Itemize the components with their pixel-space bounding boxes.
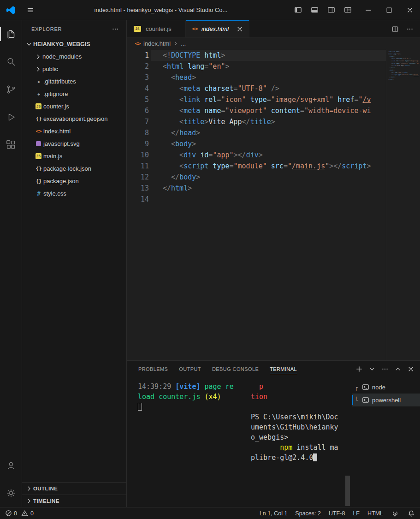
terminal-item-powershell[interactable]: └powershell: [352, 394, 420, 406]
breadcrumb-rest[interactable]: ...: [181, 40, 186, 47]
terminal-scrollbar[interactable]: [345, 476, 350, 506]
status-language[interactable]: HTML: [367, 510, 383, 517]
code-line[interactable]: <div id="app"></div>: [151, 149, 386, 161]
tree-item-package-lock-json[interactable]: {}package-lock.json: [22, 162, 126, 175]
code-line[interactable]: [151, 194, 386, 205]
tab-counter-js[interactable]: JScounter.js: [127, 20, 186, 37]
window-title: index.html - heiankyo_webgis - Visual St…: [40, 6, 282, 13]
activity-accounts[interactable]: [0, 452, 22, 479]
breadcrumb[interactable]: <> index.html ...: [127, 38, 420, 49]
status-encoding[interactable]: UTF-8: [329, 510, 345, 517]
tree-item-node-modules[interactable]: node_modules: [22, 50, 126, 63]
code-segment: =: [230, 162, 234, 170]
activity-settings[interactable]: [0, 479, 22, 507]
status-eol[interactable]: LF: [353, 510, 360, 517]
section-outline[interactable]: OUTLINE: [22, 482, 126, 495]
tree-item-package-json[interactable]: {}package.json: [22, 175, 126, 187]
code-segment: "image/svg+xml": [271, 95, 333, 104]
tree-item-gitignore[interactable]: ◆.gitignore: [22, 88, 126, 100]
section-timeline[interactable]: TIMELINE: [22, 495, 126, 507]
activity-source-control[interactable]: [0, 76, 22, 103]
code-content[interactable]: <!DOCTYPE html><html lang="en"> <head> <…: [151, 49, 386, 360]
minimize-icon[interactable]: [358, 0, 379, 20]
terminal-text: tion: [251, 393, 267, 401]
tab-index-html[interactable]: <>index.html: [186, 20, 249, 37]
toggle-sidebar-icon[interactable]: [292, 5, 303, 16]
status-indentation[interactable]: Spaces: 2: [295, 510, 321, 517]
activity-search[interactable]: [0, 48, 22, 76]
code-segment: </: [163, 184, 171, 192]
problems-status[interactable]: 0 0: [5, 510, 36, 517]
panel-maximize-icon[interactable]: [392, 364, 403, 375]
explorer-more-icon[interactable]: [111, 24, 120, 34]
code-line[interactable]: </head>: [151, 127, 386, 138]
close-window-icon[interactable]: [399, 0, 420, 20]
code-line[interactable]: <body>: [151, 138, 386, 149]
code-line[interactable]: </body>: [151, 172, 386, 183]
terminal-pane-node[interactable]: 14:39:29 [vite] page reload counter.js (…: [127, 377, 240, 507]
code-editor[interactable]: 1234567891011121314 <!DOCTYPE html><html…: [127, 49, 420, 360]
terminal-line: plibre-gl@2.4.0: [251, 453, 352, 464]
panel-tab-terminal[interactable]: TERMINAL: [270, 361, 297, 377]
code-segment: html: [167, 62, 183, 71]
tree-item-excavationpoint-geojson[interactable]: {}excavationpoint.geojson: [22, 113, 126, 125]
new-terminal-icon[interactable]: [354, 364, 365, 375]
chevron-right-icon: [25, 497, 33, 505]
maximize-icon[interactable]: [379, 0, 399, 20]
code-line[interactable]: <link rel="icon" type="image/svg+xml" hr…: [151, 94, 386, 105]
code-segment: />: [267, 84, 279, 93]
panel-tab-problems[interactable]: PROBLEMS: [138, 361, 168, 377]
tab-close-icon[interactable]: [235, 24, 244, 34]
code-segment: <: [163, 140, 175, 148]
customize-layout-icon[interactable]: [342, 5, 353, 16]
code-segment: >: [196, 173, 200, 181]
code-line[interactable]: <script type="module" src="/main.js"></s…: [151, 161, 386, 172]
radio-tower-icon[interactable]: [391, 509, 399, 518]
editor-more-icon[interactable]: [404, 24, 415, 35]
code-line[interactable]: <title>Vite App</title>: [151, 116, 386, 127]
tree-item-javascript-svg[interactable]: javascript.svg: [22, 137, 126, 150]
split-editor-icon[interactable]: [390, 24, 401, 35]
tree-item-style-css[interactable]: #style.css: [22, 187, 126, 200]
code-line[interactable]: <meta name="viewport" content="width=dev…: [151, 105, 386, 116]
code-segment: body: [175, 140, 192, 148]
tree-item-index-html[interactable]: <>index.html: [22, 125, 126, 137]
code-segment: Vite App: [208, 118, 242, 126]
code-segment: <: [163, 107, 183, 115]
code-line[interactable]: <head>: [151, 72, 386, 83]
tree-item-public[interactable]: public: [22, 63, 126, 75]
activity-explorer[interactable]: [0, 20, 22, 48]
terminal-pane-powershell[interactable]: ption PS C:\Users\mikih\Documents\GitHub…: [240, 377, 352, 507]
tree-item-counter-js[interactable]: JScounter.js: [22, 100, 126, 113]
panel-tab-debug-console[interactable]: DEBUG CONSOLE: [212, 361, 259, 377]
line-number: 1: [127, 50, 151, 61]
explorer-icon: [6, 29, 17, 40]
activity-run-debug[interactable]: [0, 103, 22, 131]
code-segment: </: [242, 118, 250, 126]
code-segment: >: [225, 62, 229, 71]
bell-icon[interactable]: [407, 509, 415, 518]
panel-close-icon[interactable]: [405, 364, 416, 375]
toggle-secondary-sidebar-icon[interactable]: [325, 5, 337, 16]
menu-hamburger-icon[interactable]: [21, 0, 40, 20]
code-segment: ": [358, 95, 362, 104]
activity-extensions[interactable]: [0, 131, 22, 159]
code-line[interactable]: <html lang="en">: [151, 61, 386, 72]
status-cursor-position[interactable]: Ln 1, Col 1: [260, 510, 287, 517]
toggle-panel-icon[interactable]: [309, 5, 320, 16]
code-line[interactable]: <meta charset="UTF-8" />: [151, 83, 386, 94]
terminal-line: tion: [251, 393, 352, 403]
code-line[interactable]: </html>: [151, 183, 386, 194]
panel-more-icon[interactable]: [379, 364, 390, 375]
tree-item-main-js[interactable]: JSmain.js: [22, 150, 126, 162]
code-line[interactable]: <!DOCTYPE html>: [151, 50, 386, 61]
terminal-dropdown-icon[interactable]: [367, 364, 378, 375]
minimap[interactable]: <!DOCTYPE html><html lang="en"> <head> <…: [386, 49, 420, 360]
terminal-item-node[interactable]: ┌node: [352, 381, 420, 394]
panel-tab-output[interactable]: OUTPUT: [179, 361, 201, 377]
tree-root[interactable]: HEIANKYO_WEBGIS: [22, 38, 126, 50]
terminal-label: powershell: [372, 397, 401, 404]
editor-group: JScounter.js<>index.html <> index.html .…: [127, 20, 420, 507]
tree-item-gitattributes[interactable]: ◆.gitattributes: [22, 75, 126, 88]
breadcrumb-file[interactable]: index.html: [143, 40, 171, 47]
